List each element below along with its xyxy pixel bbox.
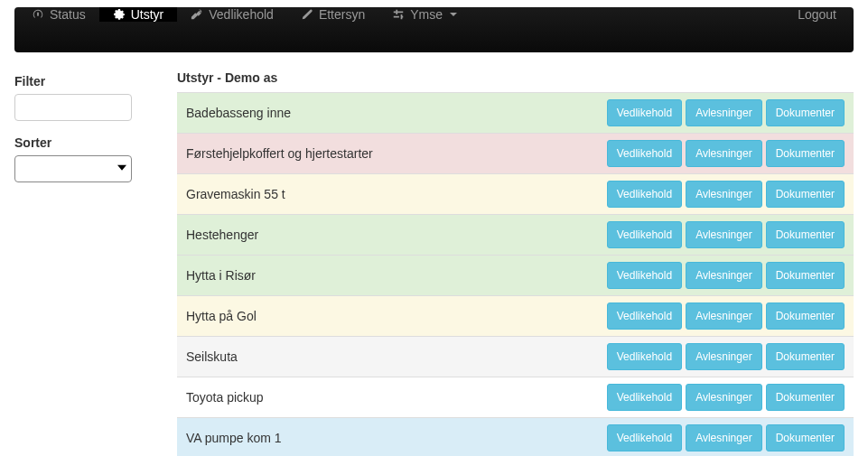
avlesninger-button[interactable]: Avlesninger bbox=[686, 181, 761, 208]
equipment-name[interactable]: VA pumpe kom 1 bbox=[177, 418, 594, 457]
avlesninger-button[interactable]: Avlesninger bbox=[686, 343, 761, 370]
nav-status[interactable]: Status bbox=[18, 7, 99, 22]
table-row: Toyota pickupVedlikeholdAvlesningerDokum… bbox=[177, 377, 854, 418]
filter-label: Filter bbox=[14, 74, 159, 88]
nav-logout[interactable]: Logout bbox=[784, 7, 850, 22]
vedlikehold-button[interactable]: Vedlikehold bbox=[607, 343, 682, 370]
dokumenter-button[interactable]: Dokumenter bbox=[766, 424, 845, 451]
dokumenter-button[interactable]: Dokumenter bbox=[766, 262, 845, 289]
dashboard-icon bbox=[32, 8, 44, 21]
nav-vedlikehold[interactable]: Vedlikehold bbox=[177, 7, 287, 22]
dokumenter-button[interactable]: Dokumenter bbox=[766, 384, 845, 411]
dokumenter-button[interactable]: Dokumenter bbox=[766, 343, 845, 370]
avlesninger-button[interactable]: Avlesninger bbox=[686, 99, 761, 126]
table-row: Førstehjelpkoffert og hjertestarterVedli… bbox=[177, 134, 854, 174]
table-row: Hytta på GolVedlikeholdAvlesningerDokume… bbox=[177, 296, 854, 337]
equipment-name[interactable]: Hytta på Gol bbox=[177, 296, 594, 337]
equipment-name[interactable]: Førstehjelpkoffert og hjertestarter bbox=[177, 134, 594, 174]
dokumenter-button[interactable]: Dokumenter bbox=[766, 221, 845, 248]
page-title: Utstyr - Demo as bbox=[177, 70, 854, 85]
table-row: HestehengerVedlikeholdAvlesningerDokumen… bbox=[177, 215, 854, 256]
filter-input[interactable] bbox=[14, 94, 132, 121]
chevron-down-icon bbox=[450, 13, 457, 16]
sidebar: Filter Sorter bbox=[14, 70, 159, 456]
vedlikehold-button[interactable]: Vedlikehold bbox=[607, 140, 682, 167]
avlesninger-button[interactable]: Avlesninger bbox=[686, 302, 761, 330]
vedlikehold-button[interactable]: Vedlikehold bbox=[607, 262, 682, 289]
vedlikehold-button[interactable]: Vedlikehold bbox=[607, 302, 682, 330]
avlesninger-button[interactable]: Avlesninger bbox=[686, 424, 761, 451]
gear-icon bbox=[113, 8, 126, 21]
dokumenter-button[interactable]: Dokumenter bbox=[766, 99, 845, 126]
nav-ymse[interactable]: Ymse bbox=[378, 7, 471, 22]
avlesninger-button[interactable]: Avlesninger bbox=[686, 140, 761, 167]
vedlikehold-button[interactable]: Vedlikehold bbox=[607, 221, 682, 248]
vedlikehold-button[interactable]: Vedlikehold bbox=[607, 384, 682, 411]
nav-utstyr[interactable]: Utstyr bbox=[99, 7, 178, 22]
nav-ettersyn[interactable]: Ettersyn bbox=[287, 7, 378, 22]
avlesninger-button[interactable]: Avlesninger bbox=[686, 221, 761, 248]
table-row: SeilskutaVedlikeholdAvlesningerDokumente… bbox=[177, 337, 854, 377]
sorter-select[interactable] bbox=[14, 155, 132, 182]
equipment-name[interactable]: Hytta i Risør bbox=[177, 256, 594, 296]
table-row: Badebasseng inneVedlikeholdAvlesningerDo… bbox=[177, 93, 854, 134]
vedlikehold-button[interactable]: Vedlikehold bbox=[607, 424, 682, 451]
sliders-icon bbox=[392, 8, 405, 21]
tools-icon bbox=[191, 8, 203, 21]
equipment-name[interactable]: Gravemaskin 55 t bbox=[177, 174, 594, 215]
main-content: Utstyr - Demo as Badebasseng inneVedlike… bbox=[177, 70, 854, 456]
table-row: Hytta i RisørVedlikeholdAvlesningerDokum… bbox=[177, 256, 854, 296]
equipment-name[interactable]: Seilskuta bbox=[177, 337, 594, 377]
vedlikehold-button[interactable]: Vedlikehold bbox=[607, 181, 682, 208]
sorter-label: Sorter bbox=[14, 135, 159, 150]
avlesninger-button[interactable]: Avlesninger bbox=[686, 384, 761, 411]
dokumenter-button[interactable]: Dokumenter bbox=[766, 181, 845, 208]
dokumenter-button[interactable]: Dokumenter bbox=[766, 302, 845, 330]
table-row: VA pumpe kom 1VedlikeholdAvlesningerDoku… bbox=[177, 418, 854, 457]
equipment-name[interactable]: Toyota pickup bbox=[177, 377, 594, 418]
table-row: Gravemaskin 55 tVedlikeholdAvlesningerDo… bbox=[177, 174, 854, 215]
dokumenter-button[interactable]: Dokumenter bbox=[766, 140, 845, 167]
main-navbar: Status Utstyr Vedlikehold Ettersyn Ymse … bbox=[14, 7, 854, 52]
equipment-table: Badebasseng inneVedlikeholdAvlesningerDo… bbox=[177, 92, 854, 456]
vedlikehold-button[interactable]: Vedlikehold bbox=[607, 99, 682, 126]
avlesninger-button[interactable]: Avlesninger bbox=[686, 262, 761, 289]
pencil-icon bbox=[301, 8, 313, 21]
equipment-name[interactable]: Badebasseng inne bbox=[177, 93, 594, 134]
equipment-name[interactable]: Hestehenger bbox=[177, 215, 594, 256]
